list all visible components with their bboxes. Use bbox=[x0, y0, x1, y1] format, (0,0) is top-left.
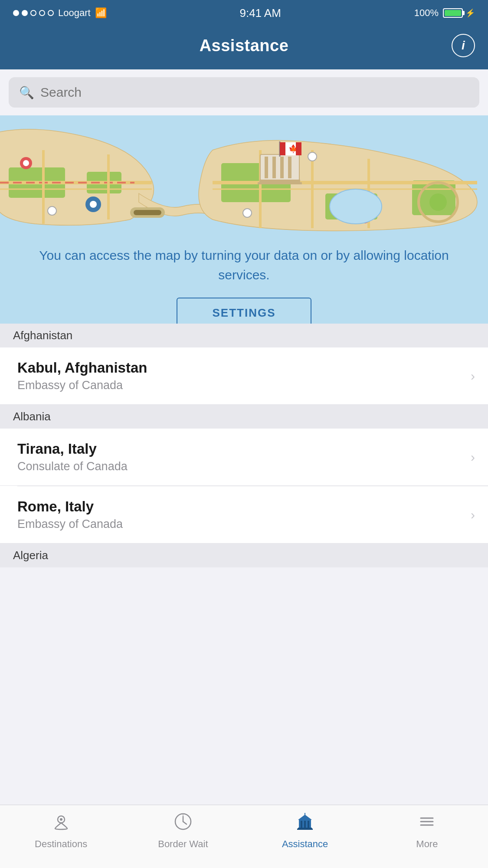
map-description: You can access the map by turning your d… bbox=[17, 246, 471, 285]
header-title: Assistance bbox=[200, 36, 289, 55]
list-item-subtitle: Consulate of Canada bbox=[17, 460, 466, 473]
search-input[interactable] bbox=[40, 85, 469, 100]
list-item-kabul[interactable]: Kabul, Afghanistan Embassy of Canada › bbox=[0, 347, 488, 405]
status-right: 100% ⚡ bbox=[414, 7, 475, 19]
svg-point-12 bbox=[90, 201, 97, 208]
tab-assistance-label: Assistance bbox=[282, 839, 328, 850]
status-time: 9:41 AM bbox=[239, 7, 281, 20]
svg-text:🍁: 🍁 bbox=[288, 144, 298, 154]
list-section: Afghanistan Kabul, Afghanistan Embassy o… bbox=[0, 324, 488, 567]
list-item-text: Kabul, Afghanistan Embassy of Canada bbox=[17, 360, 466, 392]
signal-dots bbox=[13, 10, 54, 16]
info-icon: i bbox=[462, 39, 465, 52]
battery-box bbox=[443, 8, 463, 18]
svg-point-26 bbox=[308, 152, 317, 161]
signal-dot-1 bbox=[13, 10, 19, 16]
svg-line-46 bbox=[183, 822, 187, 824]
svg-rect-49 bbox=[301, 821, 302, 828]
tab-border-wait-label: Border Wait bbox=[158, 839, 208, 850]
signal-dot-4 bbox=[39, 10, 45, 16]
settings-button[interactable]: SETTINGS bbox=[177, 298, 311, 324]
tab-bar: Destinations Border Wait bbox=[0, 805, 488, 868]
svg-point-39 bbox=[330, 189, 382, 224]
svg-rect-51 bbox=[308, 821, 309, 828]
chevron-right-icon: › bbox=[471, 508, 475, 522]
search-icon: 🔍 bbox=[19, 85, 34, 100]
info-button[interactable]: i bbox=[452, 34, 475, 57]
signal-dot-3 bbox=[30, 10, 36, 16]
svg-point-27 bbox=[243, 209, 252, 217]
list-item-tirana[interactable]: Tirana, Italy Consulate of Canada › bbox=[0, 429, 488, 486]
svg-rect-32 bbox=[288, 157, 291, 178]
tab-destinations[interactable]: Destinations bbox=[0, 812, 122, 850]
section-header-albania: Albania bbox=[0, 405, 488, 429]
map-section: 🍁 You can access the map by turning your… bbox=[0, 115, 488, 324]
tab-assistance[interactable]: Assistance bbox=[244, 812, 366, 850]
svg-rect-34 bbox=[258, 182, 302, 184]
list-item-subtitle: Embassy of Canada bbox=[17, 518, 466, 531]
wifi-icon: 📶 bbox=[95, 7, 107, 19]
svg-rect-54 bbox=[297, 829, 313, 830]
status-left: Loogart 📶 bbox=[13, 7, 107, 19]
map-visual: 🍁 bbox=[0, 115, 488, 237]
status-bar: Loogart 📶 9:41 AM 100% ⚡ bbox=[0, 0, 488, 26]
svg-rect-50 bbox=[304, 821, 306, 828]
svg-rect-30 bbox=[272, 157, 276, 178]
map-overlay: You can access the map by turning your d… bbox=[0, 237, 488, 289]
chevron-right-icon: › bbox=[471, 450, 475, 465]
more-icon bbox=[417, 812, 436, 835]
list-item-rome[interactable]: Rome, Italy Embassy of Canada › bbox=[0, 486, 488, 544]
svg-rect-29 bbox=[265, 157, 268, 178]
svg-point-41 bbox=[429, 193, 447, 211]
svg-rect-15 bbox=[134, 210, 161, 215]
tab-more-label: More bbox=[416, 839, 438, 850]
list-item-title: Kabul, Afghanistan bbox=[17, 360, 466, 376]
svg-point-43 bbox=[60, 818, 62, 821]
battery-container: ⚡ bbox=[443, 8, 475, 18]
map-illustration: 🍁 bbox=[0, 115, 488, 237]
settings-btn-wrap: SETTINGS bbox=[0, 289, 488, 324]
section-header-afghanistan: Afghanistan bbox=[0, 324, 488, 347]
section-header-algeria: Algeria bbox=[0, 544, 488, 567]
list-item-title: Tirana, Italy bbox=[17, 441, 466, 457]
battery-fill bbox=[445, 10, 461, 16]
app-header: Assistance i bbox=[0, 26, 488, 69]
bolt-icon: ⚡ bbox=[465, 8, 475, 18]
destinations-icon bbox=[52, 812, 71, 835]
svg-point-9 bbox=[23, 160, 29, 166]
svg-rect-31 bbox=[280, 157, 284, 178]
carrier-label: Loogart bbox=[58, 7, 91, 19]
assistance-icon bbox=[295, 812, 314, 835]
svg-point-13 bbox=[48, 206, 56, 215]
list-item-title: Rome, Italy bbox=[17, 498, 466, 515]
battery-percent: 100% bbox=[414, 7, 439, 19]
tab-more[interactable]: More bbox=[366, 812, 488, 850]
border-wait-icon bbox=[174, 812, 193, 835]
search-bar-container: 🔍 bbox=[0, 69, 488, 115]
list-item-text: Tirana, Italy Consulate of Canada bbox=[17, 441, 466, 473]
tab-border-wait[interactable]: Border Wait bbox=[122, 812, 244, 850]
tab-destinations-label: Destinations bbox=[35, 839, 87, 850]
search-bar[interactable]: 🔍 bbox=[9, 77, 479, 108]
chevron-right-icon: › bbox=[471, 369, 475, 383]
svg-rect-33 bbox=[259, 180, 300, 182]
signal-dot-2 bbox=[22, 10, 28, 16]
list-item-subtitle: Embassy of Canada bbox=[17, 379, 466, 392]
signal-dot-5 bbox=[48, 10, 54, 16]
list-item-text: Rome, Italy Embassy of Canada bbox=[17, 498, 466, 531]
